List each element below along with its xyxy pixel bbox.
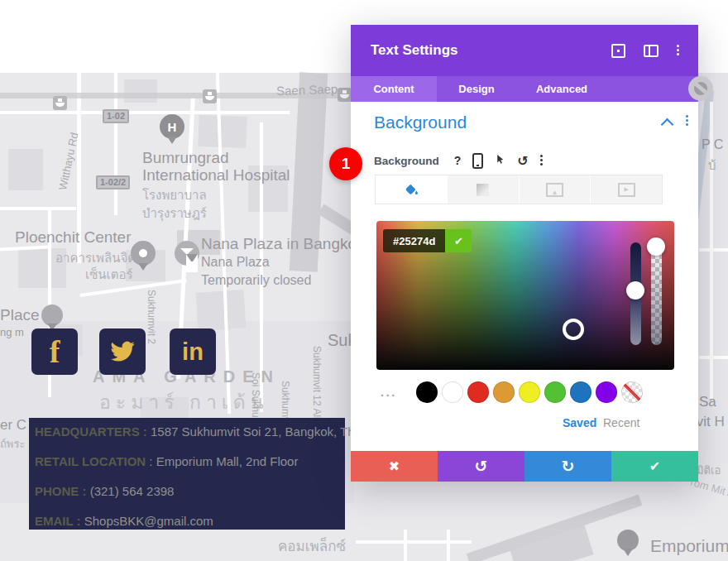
modal-title: Text Settings [371,42,611,59]
color-swatch-000000[interactable] [416,381,438,403]
collapse-section-icon[interactable] [661,118,674,132]
map-label-p-c: P C [702,137,723,152]
background-section-title[interactable]: Background [374,113,467,132]
contact-value: : Emporium Mall, 2nd Floor [149,454,298,468]
undo-button[interactable]: ↺ [438,451,524,482]
map-road [699,356,728,359]
color-swatch-dd9933[interactable] [493,381,515,403]
route-badge-1-02-2: 1-02/2 [96,175,130,189]
map-building [195,290,246,331]
opacity-slider-handle[interactable] [647,237,665,256]
facebook-button[interactable]: f [31,328,78,375]
map-label-er-thai: ถ์พระ [0,435,25,453]
contact-line-email: EMAIL : ShopsBKK@gmail.com [35,514,213,528]
facebook-icon: f [50,333,60,370]
confirm-button[interactable]: ✔ [611,451,698,482]
screenshot-stage: Saen Saep 1-02 1-02/2 Witthayu Rd H Bumr… [0,0,728,561]
more-swatches-icon[interactable]: ··· [381,389,397,402]
linkedin-button[interactable]: in [170,328,216,375]
color-swatch-eeee22[interactable] [519,381,540,403]
color-swatch-ffffff[interactable] [442,381,463,403]
transparent-swatch[interactable] [621,381,643,403]
map-label-nana-status: Temporarily closed [201,273,311,288]
snap-panel-icon[interactable] [644,45,659,57]
saved-swatches-link[interactable]: Saved [563,416,596,429]
twitter-button[interactable] [99,328,146,375]
contact-line-retail: RETAIL LOCATION : Emporium Mall, 2nd Flo… [35,454,298,468]
route-badge-1-02: 1-02 [103,109,129,123]
gradient-icon [477,184,489,196]
map-label-sa: Sa [699,394,716,410]
section-options-icon[interactable] [686,115,688,127]
twitter-icon [109,338,136,365]
color-swatch-e02b20[interactable] [467,381,489,403]
map-road [447,530,450,561]
modal-header[interactable]: Text Settings [351,25,698,76]
cancel-button[interactable]: ✖ [351,451,438,482]
text-settings-modal: Text Settings Content Design Advanced Ba… [351,25,698,482]
color-selector-ring[interactable] [563,319,584,340]
tab-design[interactable]: Design [437,76,516,102]
color-swatch-8300e9[interactable] [596,381,617,403]
modal-tab-bar: Content Design Advanced [351,76,698,102]
map-label-ng-m: ng m [0,326,24,338]
modal-action-bar: ✖ ↺ ↻ ✔ [351,451,698,482]
opacity-slider[interactable] [651,242,662,345]
contact-value: ShopsBKK@gmail.com [84,514,213,528]
contact-value: (321) 564 2398 [90,484,175,498]
recent-swatches-link[interactable]: Recent [603,416,639,429]
map-control-globe-icon[interactable] [688,76,713,101]
redo-button[interactable]: ↻ [524,451,611,482]
color-swatch-1e73be[interactable] [570,381,592,403]
background-type-tabs: ▲ ▶ [375,175,663,204]
map-label-pc-thai: บ้ [708,156,716,175]
map-label-er-c: er C [0,417,26,434]
expand-modal-icon[interactable] [611,44,625,58]
bg-type-color-tab[interactable] [376,175,448,204]
tab-advanced[interactable]: Advanced [516,76,607,102]
swatch-row [416,381,643,403]
ferry-pier-icon[interactable] [338,88,352,102]
map-label-complex: คอมเพล็กซ์ [278,535,346,557]
ferry-pier-icon[interactable] [203,89,217,103]
color-swatch-52c234[interactable] [544,381,566,403]
paint-bucket-icon [404,182,419,197]
hex-color-chip: #25274d ✔ [383,229,472,252]
map-label-bumrungrad2: International Hospital [142,166,290,185]
map-label-emporium: Emporium [650,536,728,556]
background-option-row: Background ? ↺ [374,151,554,170]
place-bag-pin[interactable] [41,304,63,326]
bg-type-video-tab[interactable]: ▶ [591,175,662,204]
map-building [124,79,157,103]
color-saturation-field[interactable]: #25274d ✔ [376,221,674,370]
bg-type-image-tab[interactable]: ▲ [520,175,592,204]
hex-color-input[interactable]: #25274d [383,229,445,252]
hover-cursor-icon[interactable] [495,153,505,168]
responsive-icon[interactable] [472,153,483,169]
contact-line-phone: PHONE : (321) 564 2398 [35,484,174,498]
ploenchit-pin[interactable] [131,241,156,266]
contact-label: HEADQUARTERS : [35,424,147,439]
hospital-pin-letter: H [160,114,184,139]
confirm-hex-icon[interactable]: ✔ [445,229,472,252]
map-road [404,530,407,561]
map-label-nana-title: Nana Plaza in Bangkok [201,235,365,253]
nana-plaza-pin[interactable] [175,241,199,266]
help-icon[interactable]: ? [454,154,462,167]
hospital-pin[interactable]: H [160,114,184,139]
map-label-ploenchit: Ploenchit Center [15,228,131,247]
bg-type-gradient-tab[interactable] [448,175,520,204]
emporium-pin[interactable] [617,530,639,551]
image-icon: ▲ [546,183,563,197]
ferry-pier-icon[interactable] [53,96,67,110]
map-label-bumrungrad-thai1: โรงพยาบาล [142,185,207,205]
modal-options-icon[interactable] [677,45,680,56]
tab-content[interactable]: Content [351,76,437,102]
map-label-place: Place [0,306,40,324]
brightness-slider-handle[interactable] [626,281,644,300]
reset-icon[interactable]: ↺ [517,153,528,169]
map-road [0,207,76,210]
option-dots-icon[interactable] [540,155,543,167]
map-road [0,111,290,114]
map-building [8,149,43,190]
